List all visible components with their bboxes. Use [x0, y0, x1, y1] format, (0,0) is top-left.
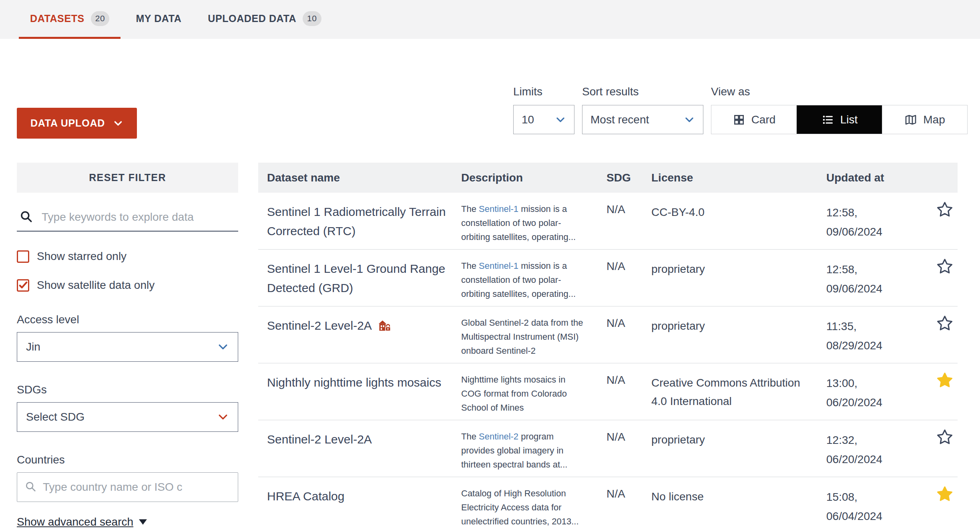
description-link[interactable]: Sentinel-2	[479, 431, 518, 441]
dataset-name[interactable]: Sentinel 1 Level-1 Ground Range Detected…	[258, 250, 461, 306]
show-starred-label: Show starred only	[37, 250, 127, 263]
updated-at: 15:08,06/04/2024	[826, 477, 932, 530]
col-sdg: SDG	[606, 171, 651, 184]
dataset-name[interactable]: Sentinel-2 Level-2A	[258, 306, 461, 363]
table-header: Dataset name Description SDG License Upd…	[258, 163, 958, 193]
limits-label: Limits	[513, 85, 574, 98]
star-button[interactable]	[932, 250, 958, 306]
col-updated-at: Updated at	[826, 171, 932, 184]
chevron-down-icon	[555, 114, 566, 125]
dataset-name[interactable]: Sentinel-2 Level-2A	[258, 420, 461, 477]
sdg-value: N/A	[606, 193, 651, 249]
sdg-value: N/A	[606, 250, 651, 306]
dataset-name-text: Sentinel 1 Level-1 Ground Range Detected…	[267, 262, 445, 294]
col-license: License	[651, 171, 826, 184]
sdg-value: N/A	[606, 363, 651, 420]
description-link[interactable]: Sentinel-1	[479, 261, 518, 271]
table-row: Nighthly nighttime lights mosaics Nightt…	[258, 363, 958, 420]
show-starred-checkbox[interactable]: Show starred only	[17, 250, 238, 263]
dataset-description: The Sentinel-1 mission is a constellatio…	[461, 250, 606, 306]
dataset-name-text: Nighthly nighttime lights mosaics	[267, 376, 441, 389]
show-satellite-checkbox[interactable]: Show satellite data only	[17, 279, 238, 292]
dataset-description: Nighttime lights mosaics in COG format f…	[461, 363, 606, 420]
tab-uploaded-data[interactable]: UPLOADED DATA 10	[197, 0, 332, 39]
datasets-table: Dataset name Description SDG License Upd…	[258, 163, 958, 530]
sort-control: Sort results Most recent	[582, 85, 703, 134]
show-satellite-label: Show satellite data only	[37, 279, 155, 292]
dataset-name[interactable]: Nighthly nighttime lights mosaics	[258, 363, 461, 420]
access-level-label: Access level	[17, 313, 238, 326]
table-row: HREA Catalog Catalog of High Resolution …	[258, 477, 958, 530]
view-list-label: List	[840, 113, 858, 126]
license-value: proprietary	[651, 250, 826, 306]
dataset-name-text: Sentinel-2 Level-2A	[267, 433, 372, 446]
data-upload-button[interactable]: DATA UPLOAD	[17, 108, 137, 139]
access-level-value: Jin	[26, 341, 40, 353]
star-button[interactable]	[932, 193, 958, 249]
tab-my-data[interactable]: MY DATA	[125, 0, 193, 39]
tab-datasets[interactable]: DATASETS 20	[19, 0, 120, 39]
view-card-button[interactable]: Card	[711, 105, 797, 134]
country-search-field	[17, 472, 238, 502]
limits-value: 10	[522, 113, 534, 126]
dataset-description: The Sentinel-1 mission is a constellatio…	[461, 193, 606, 249]
license-value: CC-BY-4.0	[651, 193, 826, 249]
updated-at: 12:32,06/20/2024	[826, 420, 932, 477]
updated-at: 12:58,09/06/2024	[826, 193, 932, 249]
sdg-value: N/A	[606, 306, 651, 363]
advanced-search-label: Show advanced search	[17, 516, 133, 528]
results-toolbar: Limits 10 Sort results Most recent View …	[513, 85, 968, 134]
view-as-control: View as Card List Map	[711, 85, 968, 134]
table-row: Sentinel-2 Level-2A The Sentinel-2 progr…	[258, 420, 958, 477]
tab-datasets-label: DATASETS	[30, 13, 84, 24]
star-icon	[936, 428, 954, 446]
col-dataset-name: Dataset name	[258, 171, 461, 184]
star-button[interactable]	[932, 477, 958, 530]
limits-select[interactable]: 10	[513, 105, 574, 134]
license-value: proprietary	[651, 420, 826, 477]
map-icon	[904, 113, 917, 126]
chevron-down-icon	[684, 114, 695, 125]
country-search-input[interactable]	[43, 481, 231, 494]
col-description: Description	[461, 171, 606, 184]
star-button[interactable]	[932, 420, 958, 477]
dataset-description: Global Sentinel-2 data from the Multispe…	[461, 306, 606, 363]
view-map-button[interactable]: Map	[882, 105, 967, 134]
license-value: No license	[651, 477, 826, 530]
grid-icon	[733, 113, 745, 126]
sort-label: Sort results	[582, 85, 703, 98]
dataset-name[interactable]: Sentinel 1 Radiometrically Terrain Corre…	[258, 193, 461, 249]
top-tab-bar: DATASETS 20 MY DATA UPLOADED DATA 10	[0, 0, 980, 39]
view-list-button[interactable]: List	[797, 105, 882, 134]
star-button[interactable]	[932, 363, 958, 420]
star-icon	[936, 371, 954, 389]
table-row: Sentinel 1 Radiometrically Terrain Corre…	[258, 193, 958, 250]
view-toggle-group: Card List Map	[711, 105, 968, 134]
triangle-down-icon	[139, 519, 147, 525]
sort-value: Most recent	[590, 113, 649, 126]
chevron-down-icon	[217, 411, 229, 423]
star-button[interactable]	[932, 306, 958, 363]
tab-datasets-badge: 20	[91, 11, 110, 26]
dataset-name[interactable]: HREA Catalog	[258, 477, 461, 530]
table-row: Sentinel-2 Level-2A Global Sentinel-2 da…	[258, 306, 958, 363]
data-upload-label: DATA UPLOAD	[30, 117, 105, 129]
reset-filter-button[interactable]: RESET FILTER	[17, 163, 238, 193]
filter-sidebar: RESET FILTER Show starred only Show sate…	[17, 163, 238, 528]
dataset-description: Catalog of High Resolution Electricity A…	[461, 477, 606, 530]
access-level-select[interactable]: Jin	[17, 332, 238, 362]
description-link[interactable]: Sentinel-1	[479, 204, 518, 214]
sort-select[interactable]: Most recent	[582, 105, 703, 134]
keyword-search-input[interactable]	[42, 211, 236, 224]
chevron-down-icon	[113, 118, 123, 129]
updated-at: 13:00,06/20/2024	[826, 363, 932, 420]
dataset-name-text: Sentinel 1 Radiometrically Terrain Corre…	[267, 205, 446, 238]
view-as-label: View as	[711, 85, 968, 98]
tab-my-data-label: MY DATA	[136, 13, 181, 24]
search-icon	[19, 210, 33, 225]
show-advanced-search-link[interactable]: Show advanced search	[17, 516, 238, 528]
dataset-name-text: HREA Catalog	[267, 490, 344, 503]
sdg-select[interactable]: Select SDG	[17, 402, 238, 432]
chevron-down-icon	[217, 341, 229, 353]
star-icon	[936, 485, 954, 503]
